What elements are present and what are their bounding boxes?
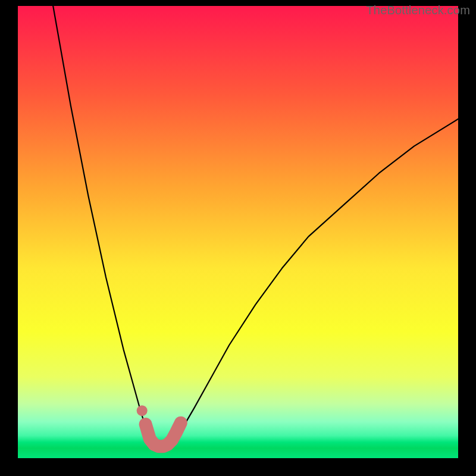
marker-dot	[137, 405, 148, 416]
bottleneck-curve	[53, 6, 458, 448]
marker-band	[146, 423, 181, 447]
watermark-text: TheBottleneck.com	[366, 4, 470, 17]
plot-svg	[18, 6, 458, 458]
